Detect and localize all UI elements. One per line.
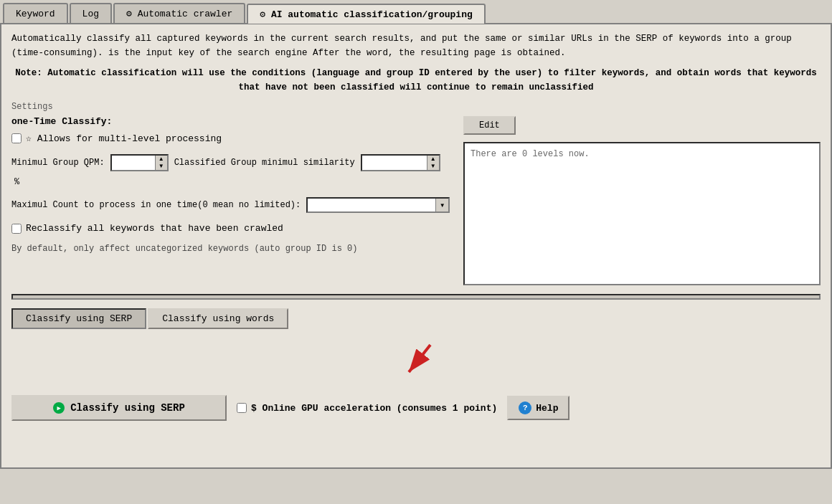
- classify-serp-btn-label: Classify using SERP: [70, 402, 185, 414]
- similarity-spin-down[interactable]: ▼: [427, 163, 439, 170]
- max-count-input[interactable]: 50000: [308, 199, 435, 211]
- settings-label: Settings: [11, 102, 821, 112]
- classify-serp-action-btn[interactable]: ▶ Classify using SERP: [11, 395, 227, 421]
- percent-label: %: [11, 177, 22, 187]
- main-content: Automatically classify all captured keyw…: [0, 24, 832, 469]
- minimal-group-qpm-input[interactable]: 10: [112, 156, 155, 170]
- allows-multi-level-label: ☆ Allows for multi-level processing: [26, 133, 222, 144]
- note-text: Note: Automatic classification will use …: [11, 66, 821, 95]
- classified-group-similarity-label: Classified Group minimul similarity: [174, 158, 355, 168]
- max-count-dropdown-btn[interactable]: ▼: [435, 199, 448, 211]
- similarity-spin-up[interactable]: ▲: [427, 156, 439, 163]
- gpu-checkbox[interactable]: [237, 403, 247, 413]
- reclassify-label: Reclassify all keywords that have been c…: [26, 223, 283, 234]
- arrow-container: [11, 338, 821, 384]
- allows-multi-level-checkbox[interactable]: [11, 133, 22, 143]
- qpm-spin-down[interactable]: ▼: [156, 163, 167, 170]
- allows-multi-level-row: ☆ Allows for multi-level processing: [11, 133, 456, 144]
- max-count-label: Maximul Count to process in one time(0 m…: [11, 200, 301, 210]
- gpu-label: $ Online GPU acceleration (consumes 1 po…: [251, 403, 497, 414]
- help-label: Help: [536, 403, 558, 414]
- left-panel: one-Time Classify: ☆ Allows for multi-le…: [11, 116, 456, 285]
- gpu-row: $ Online GPU acceleration (consumes 1 po…: [237, 403, 497, 414]
- similarity-spin-buttons: ▲ ▼: [427, 156, 439, 170]
- edit-button[interactable]: Edit: [463, 116, 516, 135]
- max-count-row: Maximul Count to process in one time(0 m…: [11, 197, 456, 213]
- levels-text: There are 0 levels now.: [471, 149, 590, 159]
- help-icon: ?: [519, 401, 531, 414]
- red-arrow-svg: [387, 338, 445, 381]
- right-panel: Edit There are 0 levels now.: [463, 116, 821, 285]
- help-button[interactable]: ? Help: [507, 396, 569, 420]
- tab-ai-classification[interactable]: ⚙ AI automatic classification/grouping: [247, 4, 485, 24]
- levels-box: There are 0 levels now.: [463, 142, 821, 285]
- qpm-spin-buttons: ▲ ▼: [155, 156, 167, 170]
- bottom-action-row: ▶ Classify using SERP $ Online GPU accel…: [11, 391, 821, 425]
- minimal-group-qpm-input-wrap: 10 ▲ ▼: [110, 154, 169, 171]
- minimal-group-qpm-row: Minimul Group QPM: 10 ▲ ▼ Classified Gro…: [11, 154, 456, 187]
- tab-log[interactable]: Log: [70, 3, 112, 23]
- similarity-input[interactable]: 60.00: [362, 156, 427, 170]
- bottom-tab-serp[interactable]: Classify using SERP: [11, 308, 146, 329]
- similarity-input-wrap: 60.00 ▲ ▼: [361, 154, 440, 171]
- minimal-group-qpm-label: Minimul Group QPM:: [11, 158, 105, 168]
- bottom-tab-words[interactable]: Classify using words: [148, 308, 288, 329]
- svg-line-1: [409, 345, 430, 372]
- tab-bar: Keyword Log ⚙ Automatic crawler ⚙ AI aut…: [0, 0, 832, 24]
- one-time-classify-label: one-Time Classify:: [11, 116, 456, 127]
- max-count-input-wrap: 50000 ▼: [306, 197, 450, 213]
- bottom-tab-bar: Classify using SERP Classify using words: [11, 308, 821, 329]
- separator-bar: [11, 294, 821, 300]
- qpm-spin-up[interactable]: ▲: [156, 156, 167, 163]
- play-icon: ▶: [53, 402, 65, 414]
- reclassify-row: Reclassify all keywords that have been c…: [11, 223, 456, 234]
- tab-keyword[interactable]: Keyword: [3, 3, 68, 23]
- description-text: Automatically classify all captured keyw…: [11, 32, 821, 60]
- tab-auto-crawler[interactable]: ⚙ Automatic crawler: [113, 3, 245, 23]
- two-panel: one-Time Classify: ☆ Allows for multi-le…: [11, 116, 821, 285]
- reclassify-note: By default, only affect uncategorized ke…: [11, 244, 456, 254]
- reclass-section: Reclassify all keywords that have been c…: [11, 223, 456, 254]
- reclassify-checkbox[interactable]: [11, 224, 22, 234]
